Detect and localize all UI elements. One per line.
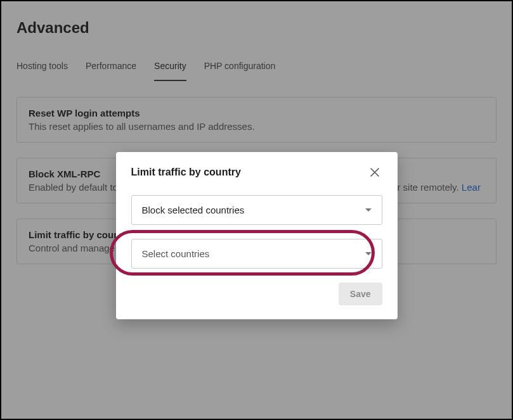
chevron-down-icon (365, 208, 372, 212)
close-button[interactable] (367, 165, 382, 180)
country-select[interactable]: Select countries (131, 239, 382, 269)
block-mode-select[interactable]: Block selected countries (131, 195, 382, 225)
save-button[interactable]: Save (339, 283, 382, 305)
select-value: Block selected countries (142, 205, 245, 215)
modal-overlay: Limit traffic by country Block selected … (1, 1, 512, 419)
chevron-down-icon (365, 252, 372, 255)
close-icon (370, 167, 380, 177)
limit-traffic-modal: Limit traffic by country Block selected … (116, 152, 398, 319)
modal-title: Limit traffic by country (131, 167, 241, 178)
select-placeholder: Select countries (142, 248, 210, 259)
